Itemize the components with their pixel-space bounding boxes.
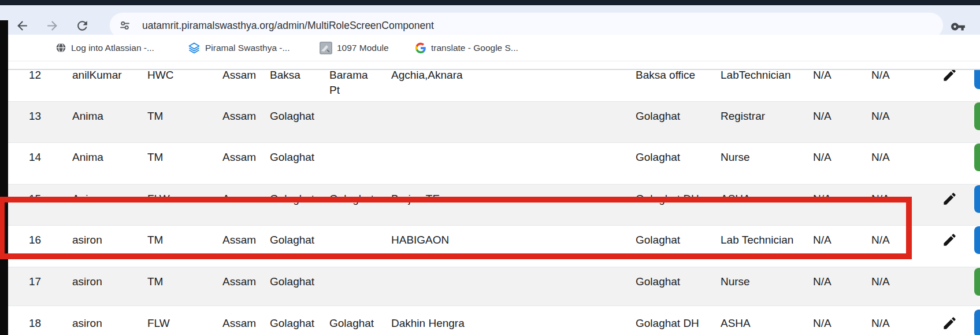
cell-na1: N/A (813, 274, 831, 289)
cell-block: Golaghat (329, 316, 374, 331)
cell-name: asiron (72, 274, 102, 289)
site-settings-icon[interactable] (119, 20, 131, 31)
table-top-border (8, 69, 980, 70)
cell-na1: N/A (813, 192, 831, 207)
bookmark-1097-module[interactable]: 1097 Module (320, 35, 389, 61)
cell-state: Assam (222, 233, 256, 248)
cell-num: 15 (29, 192, 41, 207)
cell-na2: N/A (871, 109, 890, 124)
cell-na2: N/A (871, 192, 890, 207)
bookmark-atlassian[interactable]: Log into Atlassian -... (55, 35, 154, 61)
cell-district: Golaghat (270, 316, 314, 331)
edit-pencil-icon[interactable] (942, 191, 957, 207)
cell-num: 18 (29, 316, 41, 331)
row-action-button-green[interactable] (974, 102, 980, 130)
cell-block: Golaghat (329, 192, 374, 207)
cell-name: Anima (72, 109, 103, 124)
bookmark-label: 1097 Module (337, 43, 389, 53)
edit-pencil-icon[interactable] (942, 69, 957, 83)
row-action-button-green[interactable] (974, 268, 980, 296)
bookmark-piramal[interactable]: Piramal Swasthya -... (188, 35, 289, 61)
edit-pencil-icon[interactable] (942, 315, 957, 331)
cell-district: Golaghat (270, 109, 314, 124)
screen-left-edge (0, 20, 8, 335)
table-row-15: 15AnimaFLWAssamGolaghatGolaghatBorjan TE… (8, 184, 980, 225)
cell-role: TM (147, 274, 163, 289)
cell-designation: ASHA (721, 316, 751, 331)
table-row-18: 18asironFLWAssamGolaghatGolaghatDakhin H… (8, 305, 980, 335)
cell-num: 13 (29, 109, 41, 124)
cell-role: TM (147, 150, 163, 165)
cell-na2: N/A (871, 69, 890, 83)
globe-icon (55, 42, 66, 53)
edit-pencil-icon[interactable] (942, 232, 957, 248)
cell-office: Golaghat (636, 150, 680, 165)
cell-village: HABIGAON (391, 233, 449, 248)
reload-icon[interactable] (75, 19, 90, 33)
cell-name: Anima (72, 150, 103, 165)
cell-na2: N/A (871, 150, 890, 165)
cell-district: Baksa (270, 69, 300, 83)
cell-name: anilKumar (72, 69, 122, 83)
cell-role: HWC (147, 69, 173, 83)
row-action-button-green[interactable] (974, 143, 980, 171)
cell-role: TM (147, 233, 163, 248)
cell-designation: Nurse (721, 150, 750, 165)
cell-num: 12 (29, 69, 41, 83)
row-action-button-blue[interactable] (974, 310, 980, 335)
row-action-button-blue[interactable] (974, 226, 980, 254)
table-row-13: 13AnimaTMAssamGolaghatGolaghatRegistrarN… (8, 101, 980, 142)
cell-office: Golaghat (636, 233, 680, 248)
cell-district: Golaghat (270, 192, 314, 207)
bookmark-translate[interactable]: translate - Google S... (415, 35, 518, 61)
browser-toolbar: uatamrit.piramalswasthya.org/admin/Multi… (0, 5, 980, 35)
cell-num: 14 (29, 150, 41, 165)
row-action-button-blue[interactable] (974, 185, 980, 213)
cell-state: Assam (222, 192, 256, 207)
cell-na1: N/A (813, 69, 831, 83)
bookmark-label: Piramal Swasthya -... (205, 43, 289, 53)
cell-district: Golaghat (270, 233, 314, 248)
cell-state: Assam (222, 274, 256, 289)
cell-district: Golaghat (270, 274, 314, 289)
cell-village: Dakhin Hengra (391, 316, 465, 331)
cell-num: 16 (29, 233, 41, 248)
cell-state: Assam (222, 109, 256, 124)
row-action-button-blue[interactable] (974, 69, 980, 89)
cell-village: Borjan TE (391, 192, 440, 207)
google-g-icon (415, 42, 426, 54)
cell-village: Agchia,Aknara (391, 69, 463, 83)
cell-na2: N/A (871, 316, 890, 331)
cell-designation: Lab Technician (721, 233, 793, 248)
cell-name: asiron (72, 316, 102, 331)
cell-name: Anima (72, 192, 103, 207)
bookmarks-bar: Log into Atlassian -... Piramal Swasthya… (0, 35, 980, 61)
password-key-icon[interactable] (951, 19, 966, 34)
cell-na2: N/A (871, 274, 890, 289)
cell-role: TM (147, 109, 163, 124)
cell-na1: N/A (813, 109, 831, 124)
window-frame-top (0, 0, 980, 5)
browser-window: uatamrit.piramalswasthya.org/admin/Multi… (0, 0, 980, 335)
cell-state: Assam (222, 316, 256, 331)
cell-district: Golaghat (270, 150, 314, 165)
table-row-14: 14AnimaTMAssamGolaghatGolaghatNurseN/AN/… (8, 142, 980, 184)
cell-na1: N/A (813, 316, 831, 331)
layers-icon (188, 42, 201, 54)
back-icon[interactable] (15, 19, 29, 33)
cell-office: Golaghat DH (636, 316, 699, 331)
forward-icon[interactable] (45, 19, 60, 33)
cell-designation: LabTechnician (721, 69, 790, 83)
cell-role: FLW (147, 316, 170, 331)
cell-num: 17 (29, 274, 41, 289)
cell-na1: N/A (813, 233, 831, 248)
cell-state: Assam (222, 69, 256, 83)
bookmark-label: Log into Atlassian -... (71, 43, 154, 53)
cell-designation: ASHA (721, 192, 751, 207)
table-row-12: 12anilKumarHWCAssamBaksaBarama PtAgchia,… (8, 69, 980, 101)
table-row-17: 17asironTMAssamGolaghatGolaghatNurseN/AN… (8, 267, 980, 305)
cell-role: FLW (147, 192, 170, 207)
cell-office: Golaghat DH (636, 192, 699, 207)
cell-designation: Nurse (721, 274, 750, 289)
cell-block: Barama Pt (329, 69, 377, 98)
